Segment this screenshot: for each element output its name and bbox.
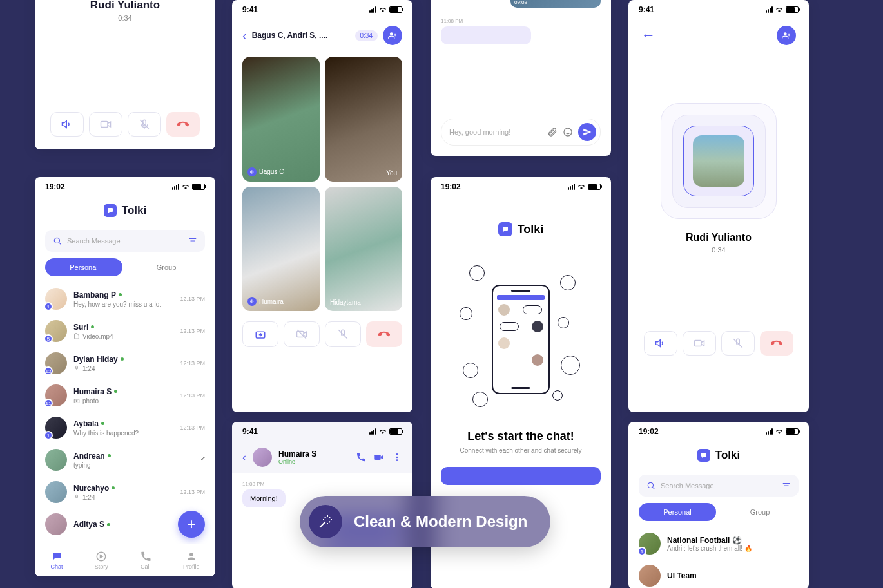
tab-group[interactable]: Group <box>721 503 799 521</box>
battery-icon <box>389 6 402 13</box>
tab-personal[interactable]: Personal <box>639 503 716 521</box>
participants-title: Bagus C, Andri S, .... <box>252 31 350 40</box>
file-icon <box>73 333 80 339</box>
speaker-button[interactable] <box>644 331 677 356</box>
hangup-button[interactable] <box>366 321 402 347</box>
call-duration: 0:34 <box>628 246 809 254</box>
banner-text: Clean & Modern Design <box>354 513 527 531</box>
add-participant-button[interactable] <box>777 26 796 45</box>
video-duration: 09:08 <box>514 0 527 5</box>
video-button[interactable] <box>683 331 716 356</box>
message-input[interactable]: Hey, good morning! <box>441 119 601 146</box>
back-icon[interactable]: ‹ <box>242 451 246 464</box>
emoji-icon <box>463 363 478 378</box>
svg-rect-6 <box>76 495 78 498</box>
add-participant-button[interactable] <box>383 26 402 45</box>
more-icon[interactable] <box>392 452 402 462</box>
svg-rect-10 <box>250 171 251 173</box>
start-button[interactable] <box>441 467 601 485</box>
wifi-icon <box>182 183 189 191</box>
bottom-nav: Chat Story Call Profile <box>35 544 215 576</box>
hangup-button[interactable] <box>166 112 200 137</box>
chat-item[interactable]: 11Humaira Sphoto12:13 PM <box>35 379 215 412</box>
signal-icon <box>766 6 773 13</box>
avatar[interactable] <box>253 448 272 467</box>
banner: Clean & Modern Design <box>300 496 550 547</box>
search-input[interactable]: Search Message <box>45 230 205 252</box>
nav-story[interactable]: Story <box>95 551 108 570</box>
filter-icon[interactable] <box>782 481 791 490</box>
nav-call[interactable]: Call <box>140 551 151 570</box>
search-placeholder: Search Message <box>661 482 777 489</box>
typing-time: 11:08 PM <box>441 18 601 24</box>
svg-point-9 <box>390 32 393 35</box>
online-dot-icon <box>119 293 122 296</box>
mute-button[interactable] <box>128 112 161 137</box>
mute-button[interactable] <box>721 331 755 356</box>
online-dot-icon <box>107 523 110 526</box>
video-tile[interactable]: Humaira <box>242 187 320 312</box>
search-icon <box>646 481 655 490</box>
new-chat-fab[interactable]: + <box>178 511 205 538</box>
send-button[interactable] <box>578 123 596 141</box>
battery-icon <box>588 184 601 190</box>
tab-personal[interactable]: Personal <box>45 258 122 276</box>
call-screen-top: Rudi Yulianto 0:34 <box>35 0 215 149</box>
video-tile[interactable]: You <box>325 57 402 182</box>
tab-group[interactable]: Group <box>128 258 205 276</box>
filter-icon[interactable] <box>188 236 197 245</box>
nav-profile[interactable]: Profile <box>183 551 200 570</box>
chat-item[interactable]: 1National Football ⚽Andri : let's crush … <box>628 527 809 560</box>
story-icon <box>95 551 107 562</box>
onboarding-subtitle: Connect with each other and chat securel… <box>431 447 611 454</box>
svg-point-5 <box>76 400 78 402</box>
chat-item[interactable]: Nurcahyo1:2412:13 PM <box>35 476 215 508</box>
hangup-button[interactable] <box>760 331 793 356</box>
chat-item[interactable]: 1Bambang PHey, how are you? miss u a lot… <box>35 283 215 315</box>
video-button[interactable] <box>89 112 122 137</box>
nav-chat[interactable]: Chat <box>51 551 63 570</box>
battery-icon <box>786 6 799 13</box>
chat-item[interactable]: 5SuriVideo.mp412:13 PM <box>35 315 215 347</box>
chat-item[interactable]: Andreantyping <box>35 444 215 476</box>
emoji-icon[interactable] <box>563 127 573 137</box>
typing-bubble <box>441 26 531 44</box>
video-tile[interactable]: Hidaytama <box>325 187 402 312</box>
emoji-icon <box>552 390 563 401</box>
online-dot-icon <box>112 486 115 489</box>
chat-item[interactable]: 12Dylan Hiday1:2412:13 PM <box>35 347 215 379</box>
caller-name: Rudi Yulianto <box>628 232 809 243</box>
mic-icon <box>73 494 80 500</box>
svg-point-24 <box>784 32 787 35</box>
mute-button[interactable] <box>325 321 361 347</box>
flip-camera-button[interactable] <box>242 321 278 347</box>
duration-badge: 0:34 <box>355 30 378 41</box>
call-icon[interactable] <box>356 452 366 462</box>
video-off-button[interactable] <box>284 321 320 347</box>
svg-rect-14 <box>251 299 252 303</box>
read-icon <box>197 455 205 463</box>
video-message[interactable]: 09:08 <box>510 0 601 8</box>
search-input[interactable]: Search Message <box>639 475 799 497</box>
onboarding-header: Tolki <box>431 196 611 249</box>
video-tile[interactable]: Bagus C <box>242 57 320 182</box>
incoming-call-screen: 9:41 ← Rudi Yulianto 0:34 <box>628 0 809 412</box>
attachment-icon[interactable] <box>547 127 558 137</box>
svg-rect-25 <box>695 341 702 346</box>
app-logo-icon <box>697 449 710 462</box>
video-icon[interactable] <box>374 452 384 462</box>
search-placeholder: Search Message <box>67 237 183 245</box>
app-name: Tolki <box>122 204 146 217</box>
signal-icon <box>369 6 376 13</box>
emoji-icon <box>460 307 472 320</box>
online-dot-icon <box>108 454 111 457</box>
online-dot-icon <box>101 422 104 425</box>
phone-icon <box>492 285 550 394</box>
chat-item[interactable]: UI Team <box>628 560 809 588</box>
chat-item[interactable]: 1AybalaWhy this is happened?12:13 PM <box>35 412 215 444</box>
back-icon[interactable]: ‹ <box>242 28 247 43</box>
back-icon[interactable]: ← <box>641 27 655 44</box>
speaker-button[interactable] <box>50 112 84 137</box>
online-dot-icon <box>114 390 117 393</box>
svg-point-20 <box>396 453 398 455</box>
